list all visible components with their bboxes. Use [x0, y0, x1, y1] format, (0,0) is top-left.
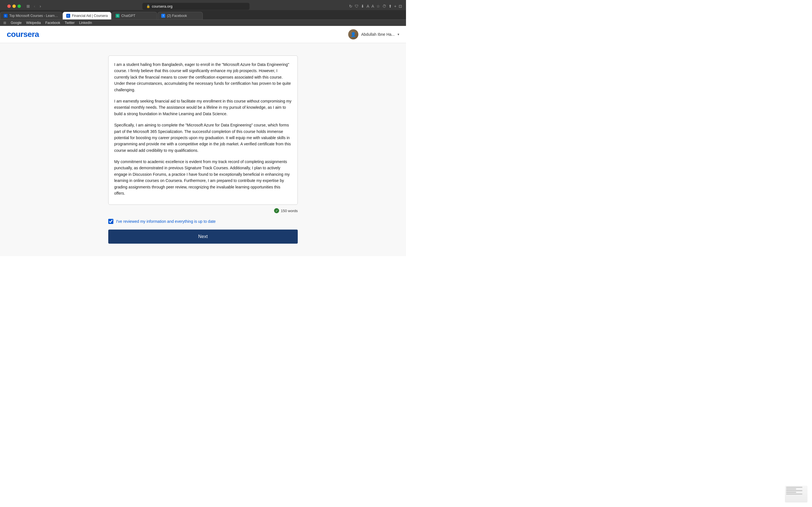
bookmark-icon[interactable]: ☆	[376, 4, 380, 8]
nav-buttons: ‹ ›	[32, 3, 43, 9]
maximize-button[interactable]	[17, 4, 21, 8]
forward-button[interactable]: ›	[38, 3, 43, 9]
tabs-bar: C Top Microsoft Courses - Learn Microsof…	[0, 10, 406, 19]
bookmark-google[interactable]: Google	[11, 21, 22, 25]
more-icon[interactable]: ⊡	[399, 4, 402, 8]
address-bar[interactable]: 🔒 coursera.org	[142, 3, 250, 10]
word-count-check-icon: ✓	[274, 208, 279, 213]
tab-favicon-2: C	[66, 14, 70, 18]
essay-paragraph-1: I am a student hailing from Bangladesh, …	[114, 61, 292, 93]
essay-paragraph-3: Specifically, I am aiming to complete th…	[114, 122, 292, 154]
new-tab-icon[interactable]: +	[394, 4, 396, 8]
address-text: coursera.org	[152, 4, 172, 8]
word-count-text: 150 words	[281, 209, 298, 213]
tab-favicon-1: C	[4, 14, 8, 18]
minimize-button[interactable]	[12, 4, 16, 8]
back-button[interactable]: ‹	[32, 3, 37, 9]
main-content: I am a student hailing from Bangladesh, …	[101, 49, 305, 250]
browser-chrome: ⊞ ‹ › 🔒 coursera.org ↻ 🛡 ⬇ A A ☆ ⏱ ⬆ + ⊡	[0, 0, 406, 26]
word-count-row: ✓ 150 words	[108, 208, 298, 213]
tab-favicon-3: G	[116, 14, 119, 18]
refresh-icon[interactable]: ↻	[349, 4, 352, 8]
apps-icon[interactable]: ⊞	[3, 21, 6, 25]
tab-financial-aid[interactable]: C Financial Aid | Coursera	[63, 12, 111, 19]
tab-title-3: ChatGPT	[121, 14, 153, 18]
tab-favicon-4: f	[161, 14, 165, 18]
share-icon[interactable]: ⬆	[389, 4, 392, 8]
tab-title-4: (2) Facebook	[167, 14, 199, 18]
traffic-lights	[4, 2, 24, 10]
bookmark-wikipedia[interactable]: Wikipedia	[26, 21, 41, 25]
next-button[interactable]: Next	[108, 230, 298, 244]
shield-icon[interactable]: 🛡	[355, 4, 359, 8]
checkbox-row: I've reviewed my information and everyth…	[108, 219, 298, 224]
browser-toolbar: ⊞ ‹ › 🔒 coursera.org ↻ 🛡 ⬇ A A ☆ ⏱ ⬆ + ⊡	[0, 0, 406, 10]
lock-icon: 🔒	[146, 4, 150, 8]
address-bar-container: 🔒 coursera.org	[45, 3, 347, 10]
font-size-large-icon[interactable]: A	[371, 4, 374, 8]
bookmark-facebook[interactable]: Facebook	[45, 21, 60, 25]
essay-paragraph-4: My commitment to academic excellence is …	[114, 159, 292, 196]
tab-facebook[interactable]: f (2) Facebook	[158, 12, 203, 19]
bookmark-linkedin[interactable]: LinkedIn	[79, 21, 92, 25]
bookmark-twitter[interactable]: Twitter	[64, 21, 74, 25]
sidebar-icon[interactable]: ⊞	[27, 4, 30, 8]
coursera-header: coursera 👤 Abdullah Ibne Ha... ▾	[0, 26, 406, 43]
tab-title-1: Top Microsoft Courses - Learn Microsoft …	[9, 14, 58, 18]
essay-container[interactable]: I am a student hailing from Bangladesh, …	[108, 55, 298, 205]
avatar: 👤	[348, 29, 358, 40]
header-right: 👤 Abdullah Ibne Ha... ▾	[348, 29, 399, 40]
checkbox-label[interactable]: I've reviewed my information and everyth…	[116, 219, 216, 224]
review-checkbox[interactable]	[108, 219, 113, 224]
toolbar-icons: ↻ 🛡 ⬇ A A ☆ ⏱ ⬆ + ⊡	[349, 4, 402, 8]
tab-microsoft-courses[interactable]: C Top Microsoft Courses - Learn Microsof…	[0, 12, 62, 19]
tab-title-2: Financial Aid | Coursera	[72, 14, 108, 18]
coursera-logo[interactable]: coursera	[7, 30, 39, 39]
bookmarks-bar: ⊞ Google Wikipedia Facebook Twitter Link…	[0, 19, 406, 26]
essay-text: I am a student hailing from Bangladesh, …	[114, 61, 292, 196]
tab-chatgpt[interactable]: G ChatGPT	[112, 12, 157, 19]
user-name: Abdullah Ibne Ha...	[361, 32, 395, 37]
user-dropdown-arrow[interactable]: ▾	[398, 33, 399, 36]
download-icon[interactable]: ⬇	[361, 4, 364, 8]
font-size-icon[interactable]: A	[366, 4, 369, 8]
close-button[interactable]	[7, 4, 11, 8]
history-icon[interactable]: ⏱	[382, 4, 386, 8]
essay-paragraph-2: I am earnestly seeking financial aid to …	[114, 98, 292, 117]
